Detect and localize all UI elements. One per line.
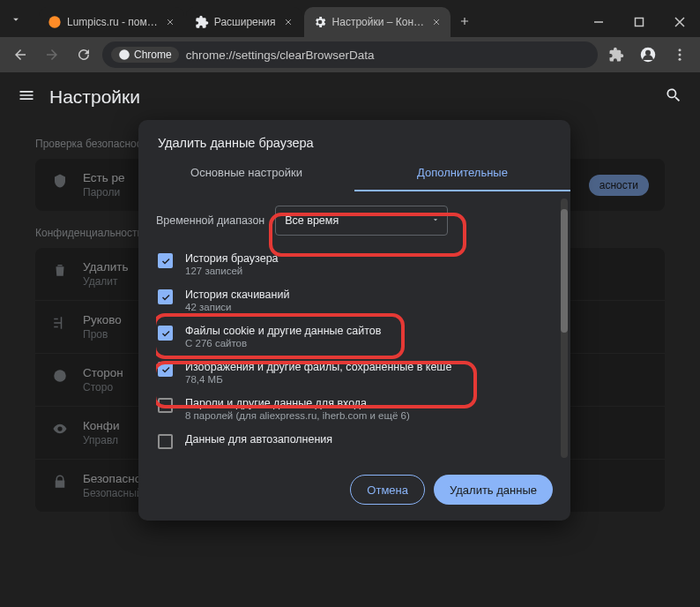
browser-toolbar: Chrome chrome://settings/clearBrowserDat… — [0, 37, 700, 72]
option-downloads[interactable]: История скачиваний42 записи — [156, 282, 537, 318]
tab-settings[interactable]: Настройки – Кон… — [304, 7, 451, 37]
tab-title: Настройки – Кон… — [332, 16, 424, 28]
scrollbar-thumb[interactable] — [561, 209, 568, 333]
tab-lumpics[interactable]: Lumpics.ru - пом… — [39, 7, 184, 37]
dialog-actions: Отмена Удалить данные — [138, 461, 570, 521]
scroll-region: Временной диапазон Все время История бра… — [156, 206, 553, 455]
svg-point-2 — [119, 49, 130, 60]
profile-button[interactable] — [635, 41, 661, 68]
checkbox[interactable] — [158, 362, 173, 377]
option-autofill[interactable]: Данные для автозаполнения — [156, 427, 537, 455]
forward-button[interactable] — [39, 41, 65, 68]
dialog-body: Временной диапазон Все время История бра… — [138, 191, 570, 461]
lumpics-favicon — [48, 15, 62, 29]
tab-close-button[interactable] — [281, 15, 295, 29]
eye-icon — [51, 419, 69, 437]
checkbox[interactable] — [158, 398, 173, 413]
checkbox[interactable] — [158, 253, 173, 268]
svg-point-7 — [679, 58, 681, 61]
chip-label: Chrome — [134, 49, 172, 61]
delete-button[interactable]: Удалить данные — [434, 475, 553, 505]
svg-point-5 — [679, 49, 681, 51]
lock-icon — [51, 472, 69, 490]
chevron-down-icon — [431, 214, 440, 227]
tune-icon — [51, 313, 69, 331]
clear-data-dialog: Удалить данные браузера Основные настрой… — [138, 120, 570, 521]
time-range-select[interactable]: Все время — [275, 206, 448, 236]
tab-strip: Lumpics.ru - пом… Расширения Настройки –… — [32, 7, 578, 37]
tab-close-button[interactable] — [163, 15, 177, 29]
svg-point-8 — [54, 370, 66, 382]
window-controls — [578, 7, 700, 37]
shield-icon — [51, 171, 69, 189]
url-text: chrome://settings/clearBrowserData — [186, 49, 375, 62]
tab-title: Lumpics.ru - пом… — [67, 16, 158, 28]
tab-advanced[interactable]: Дополнительные — [354, 155, 570, 191]
safety-action-button[interactable]: асности — [589, 175, 649, 196]
reload-button[interactable] — [71, 41, 97, 68]
option-cookies[interactable]: Файлы cookie и другие данные сайтовС 276… — [156, 318, 537, 355]
cookie-icon — [51, 366, 69, 384]
hamburger-icon[interactable] — [18, 86, 35, 108]
page-header: Настройки — [0, 72, 700, 122]
tab-search-button[interactable] — [4, 7, 28, 32]
dialog-title: Удалить данные браузера — [138, 120, 570, 155]
option-history[interactable]: История браузера127 записей — [156, 246, 537, 282]
window-titlebar: Lumpics.ru - пом… Расширения Настройки –… — [0, 0, 700, 37]
window-minimize-button[interactable] — [578, 7, 619, 37]
time-range-label: Временной диапазон — [156, 214, 264, 227]
scroll-down-icon[interactable] — [561, 451, 568, 458]
checkbox[interactable] — [158, 434, 173, 449]
trash-icon — [51, 260, 69, 278]
search-icon[interactable] — [665, 86, 682, 108]
cancel-button[interactable]: Отмена — [350, 475, 425, 505]
scroll-up-icon[interactable] — [561, 199, 568, 206]
tab-basic[interactable]: Основные настройки — [138, 155, 354, 191]
back-button[interactable] — [7, 41, 34, 68]
tab-title: Расширения — [214, 16, 276, 28]
security-chip[interactable]: Chrome — [111, 47, 179, 63]
page-title: Настройки — [49, 86, 140, 108]
menu-button[interactable] — [666, 41, 693, 68]
select-value: Все время — [285, 214, 339, 227]
window-maximize-button[interactable] — [619, 7, 659, 37]
window-close-button[interactable] — [659, 7, 700, 37]
extension-icon — [195, 15, 209, 29]
time-range-row: Временной диапазон Все время — [156, 206, 537, 236]
gear-icon — [313, 15, 327, 29]
svg-point-6 — [679, 54, 681, 56]
checkbox[interactable] — [158, 326, 173, 341]
svg-point-4 — [645, 50, 651, 56]
settings-page: Настройки Проверка безопасности Есть ре … — [0, 72, 700, 607]
address-bar[interactable]: Chrome chrome://settings/clearBrowserDat… — [102, 41, 598, 68]
tab-extensions[interactable]: Расширения — [186, 7, 302, 37]
svg-rect-1 — [636, 19, 644, 26]
svg-point-0 — [48, 16, 60, 27]
checkbox[interactable] — [158, 289, 173, 304]
scrollbar[interactable] — [561, 199, 568, 458]
dialog-tabs: Основные настройки Дополнительные — [138, 155, 570, 191]
option-cache[interactable]: Изображения и другие файлы, сохраненные … — [156, 355, 537, 391]
option-passwords[interactable]: Пароли и другие данные для входа8 пароле… — [156, 391, 537, 427]
extensions-button[interactable] — [603, 41, 629, 68]
new-tab-button[interactable] — [452, 9, 477, 34]
tab-close-button[interactable] — [429, 15, 443, 29]
